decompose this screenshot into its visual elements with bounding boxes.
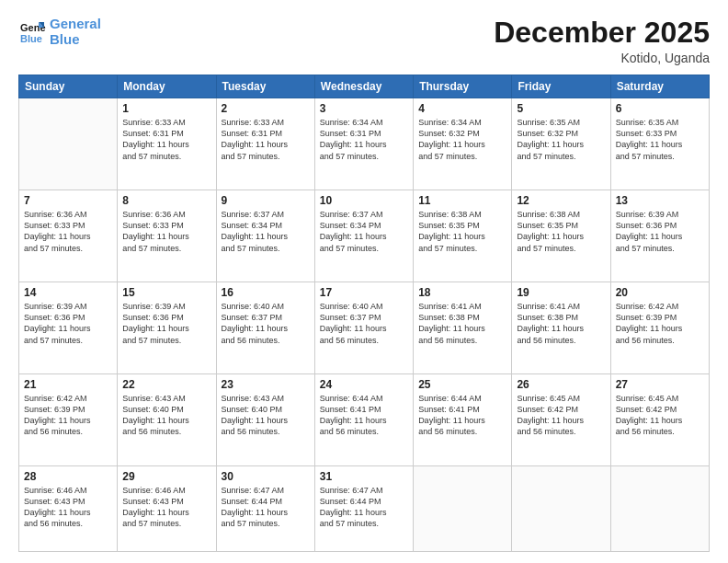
calendar-cell: 25Sunrise: 6:44 AM Sunset: 6:41 PM Dayli… [414, 374, 512, 466]
calendar-cell: 30Sunrise: 6:47 AM Sunset: 6:44 PM Dayli… [216, 466, 314, 552]
logo: General Blue General Blue [18, 17, 101, 47]
day-number: 17 [320, 286, 408, 299]
day-number: 6 [616, 102, 704, 115]
day-number: 13 [616, 194, 704, 207]
day-number: 14 [24, 286, 112, 299]
calendar-cell [19, 98, 118, 190]
calendar-cell: 28Sunrise: 6:46 AM Sunset: 6:43 PM Dayli… [19, 466, 118, 552]
calendar-cell: 11Sunrise: 6:38 AM Sunset: 6:35 PM Dayli… [414, 190, 512, 282]
subtitle: Kotido, Uganda [494, 51, 710, 65]
day-info: Sunrise: 6:44 AM Sunset: 6:41 PM Dayligh… [418, 393, 506, 438]
calendar-cell: 9Sunrise: 6:37 AM Sunset: 6:34 PM Daylig… [216, 190, 314, 282]
page: General Blue General Blue December 2025 … [0, 0, 728, 563]
day-number: 23 [222, 378, 310, 391]
day-number: 12 [517, 194, 605, 207]
day-info: Sunrise: 6:45 AM Sunset: 6:42 PM Dayligh… [616, 393, 704, 438]
calendar-cell: 31Sunrise: 6:47 AM Sunset: 6:44 PM Dayli… [314, 466, 413, 552]
calendar-cell: 13Sunrise: 6:39 AM Sunset: 6:36 PM Dayli… [610, 190, 709, 282]
logo-icon: General Blue [18, 18, 46, 46]
day-number: 28 [24, 470, 112, 483]
calendar-cell: 14Sunrise: 6:39 AM Sunset: 6:36 PM Dayli… [19, 282, 118, 374]
day-number: 1 [122, 102, 210, 115]
day-info: Sunrise: 6:37 AM Sunset: 6:34 PM Dayligh… [320, 209, 408, 254]
day-info: Sunrise: 6:46 AM Sunset: 6:43 PM Dayligh… [24, 485, 112, 530]
day-number: 29 [122, 470, 210, 483]
day-info: Sunrise: 6:40 AM Sunset: 6:37 PM Dayligh… [320, 301, 408, 346]
day-number: 25 [418, 378, 506, 391]
main-title: December 2025 [494, 17, 710, 49]
calendar-cell [512, 466, 610, 552]
calendar-cell: 4Sunrise: 6:34 AM Sunset: 6:32 PM Daylig… [414, 98, 512, 190]
day-number: 20 [616, 286, 704, 299]
calendar-cell: 2Sunrise: 6:33 AM Sunset: 6:31 PM Daylig… [216, 98, 314, 190]
calendar-cell [414, 466, 512, 552]
logo-line1: General [50, 16, 101, 31]
calendar-table: Sunday Monday Tuesday Wednesday Thursday… [18, 75, 710, 552]
day-info: Sunrise: 6:40 AM Sunset: 6:37 PM Dayligh… [222, 301, 310, 346]
day-number: 15 [122, 286, 210, 299]
col-friday: Friday [512, 75, 610, 98]
day-info: Sunrise: 6:47 AM Sunset: 6:44 PM Dayligh… [320, 485, 408, 530]
calendar-cell: 16Sunrise: 6:40 AM Sunset: 6:37 PM Dayli… [216, 282, 314, 374]
svg-text:Blue: Blue [20, 33, 42, 44]
col-saturday: Saturday [610, 75, 709, 98]
calendar-cell: 5Sunrise: 6:35 AM Sunset: 6:32 PM Daylig… [512, 98, 610, 190]
day-info: Sunrise: 6:37 AM Sunset: 6:34 PM Dayligh… [222, 209, 310, 254]
day-number: 7 [24, 194, 112, 207]
day-info: Sunrise: 6:35 AM Sunset: 6:32 PM Dayligh… [517, 117, 605, 162]
calendar-cell: 26Sunrise: 6:45 AM Sunset: 6:42 PM Dayli… [512, 374, 610, 466]
calendar-cell [610, 466, 709, 552]
calendar-week-4: 21Sunrise: 6:42 AM Sunset: 6:39 PM Dayli… [19, 374, 710, 466]
calendar-cell: 1Sunrise: 6:33 AM Sunset: 6:31 PM Daylig… [118, 98, 216, 190]
day-number: 18 [418, 286, 506, 299]
day-info: Sunrise: 6:45 AM Sunset: 6:42 PM Dayligh… [517, 393, 605, 438]
day-info: Sunrise: 6:39 AM Sunset: 6:36 PM Dayligh… [616, 209, 704, 254]
day-number: 11 [418, 194, 506, 207]
calendar-cell: 10Sunrise: 6:37 AM Sunset: 6:34 PM Dayli… [314, 190, 413, 282]
day-number: 16 [222, 286, 310, 299]
logo-text: General Blue [50, 17, 101, 47]
day-info: Sunrise: 6:34 AM Sunset: 6:31 PM Dayligh… [320, 117, 408, 162]
day-info: Sunrise: 6:41 AM Sunset: 6:38 PM Dayligh… [517, 301, 605, 346]
title-block: December 2025 Kotido, Uganda [494, 17, 710, 65]
calendar-cell: 15Sunrise: 6:39 AM Sunset: 6:36 PM Dayli… [118, 282, 216, 374]
day-info: Sunrise: 6:33 AM Sunset: 6:31 PM Dayligh… [222, 117, 310, 162]
calendar-cell: 7Sunrise: 6:36 AM Sunset: 6:33 PM Daylig… [19, 190, 118, 282]
day-number: 22 [122, 378, 210, 391]
day-number: 31 [320, 470, 408, 483]
day-info: Sunrise: 6:38 AM Sunset: 6:35 PM Dayligh… [517, 209, 605, 254]
day-number: 10 [320, 194, 408, 207]
day-info: Sunrise: 6:38 AM Sunset: 6:35 PM Dayligh… [418, 209, 506, 254]
day-number: 4 [418, 102, 506, 115]
day-info: Sunrise: 6:36 AM Sunset: 6:33 PM Dayligh… [24, 209, 112, 254]
calendar-cell: 23Sunrise: 6:43 AM Sunset: 6:40 PM Dayli… [216, 374, 314, 466]
calendar-cell: 12Sunrise: 6:38 AM Sunset: 6:35 PM Dayli… [512, 190, 610, 282]
day-info: Sunrise: 6:43 AM Sunset: 6:40 PM Dayligh… [122, 393, 210, 438]
day-info: Sunrise: 6:36 AM Sunset: 6:33 PM Dayligh… [122, 209, 210, 254]
day-number: 3 [320, 102, 408, 115]
day-info: Sunrise: 6:44 AM Sunset: 6:41 PM Dayligh… [320, 393, 408, 438]
day-number: 30 [222, 470, 310, 483]
calendar-week-1: 1Sunrise: 6:33 AM Sunset: 6:31 PM Daylig… [19, 98, 710, 190]
day-number: 27 [616, 378, 704, 391]
day-number: 8 [122, 194, 210, 207]
calendar-cell: 3Sunrise: 6:34 AM Sunset: 6:31 PM Daylig… [314, 98, 413, 190]
day-info: Sunrise: 6:35 AM Sunset: 6:33 PM Dayligh… [616, 117, 704, 162]
header: General Blue General Blue December 2025 … [18, 17, 710, 65]
day-number: 9 [222, 194, 310, 207]
day-info: Sunrise: 6:42 AM Sunset: 6:39 PM Dayligh… [616, 301, 704, 346]
day-number: 19 [517, 286, 605, 299]
calendar-cell: 24Sunrise: 6:44 AM Sunset: 6:41 PM Dayli… [314, 374, 413, 466]
day-number: 21 [24, 378, 112, 391]
day-number: 5 [517, 102, 605, 115]
col-wednesday: Wednesday [314, 75, 413, 98]
calendar-cell: 19Sunrise: 6:41 AM Sunset: 6:38 PM Dayli… [512, 282, 610, 374]
calendar-header-row: Sunday Monday Tuesday Wednesday Thursday… [19, 75, 710, 98]
day-number: 2 [222, 102, 310, 115]
calendar-cell: 8Sunrise: 6:36 AM Sunset: 6:33 PM Daylig… [118, 190, 216, 282]
calendar-cell: 17Sunrise: 6:40 AM Sunset: 6:37 PM Dayli… [314, 282, 413, 374]
calendar-week-5: 28Sunrise: 6:46 AM Sunset: 6:43 PM Dayli… [19, 466, 710, 552]
col-tuesday: Tuesday [216, 75, 314, 98]
col-thursday: Thursday [414, 75, 512, 98]
day-info: Sunrise: 6:43 AM Sunset: 6:40 PM Dayligh… [222, 393, 310, 438]
